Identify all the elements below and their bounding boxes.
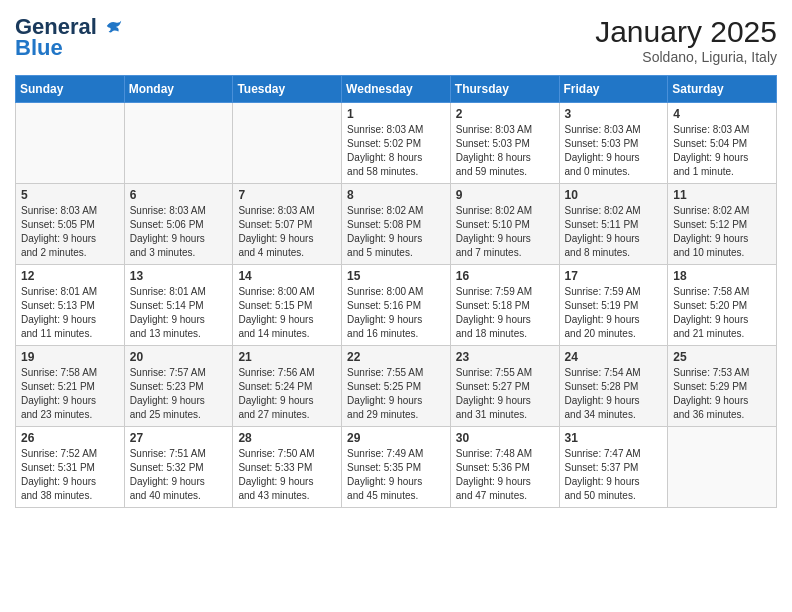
calendar-cell: 2Sunrise: 8:03 AM Sunset: 5:03 PM Daylig… [450, 103, 559, 184]
day-info: Sunrise: 8:00 AM Sunset: 5:16 PM Dayligh… [347, 285, 445, 341]
calendar-cell: 15Sunrise: 8:00 AM Sunset: 5:16 PM Dayli… [342, 265, 451, 346]
day-number: 5 [21, 188, 119, 202]
title-block: January 2025 Soldano, Liguria, Italy [595, 15, 777, 65]
day-info: Sunrise: 7:50 AM Sunset: 5:33 PM Dayligh… [238, 447, 336, 503]
week-row-3: 12Sunrise: 8:01 AM Sunset: 5:13 PM Dayli… [16, 265, 777, 346]
weekday-header-friday: Friday [559, 76, 668, 103]
day-info: Sunrise: 8:03 AM Sunset: 5:03 PM Dayligh… [565, 123, 663, 179]
day-number: 11 [673, 188, 771, 202]
calendar-cell [124, 103, 233, 184]
calendar-cell: 10Sunrise: 8:02 AM Sunset: 5:11 PM Dayli… [559, 184, 668, 265]
week-row-5: 26Sunrise: 7:52 AM Sunset: 5:31 PM Dayli… [16, 427, 777, 508]
calendar-cell: 30Sunrise: 7:48 AM Sunset: 5:36 PM Dayli… [450, 427, 559, 508]
day-number: 29 [347, 431, 445, 445]
calendar-cell: 5Sunrise: 8:03 AM Sunset: 5:05 PM Daylig… [16, 184, 125, 265]
day-number: 15 [347, 269, 445, 283]
calendar-cell: 22Sunrise: 7:55 AM Sunset: 5:25 PM Dayli… [342, 346, 451, 427]
calendar-cell: 16Sunrise: 7:59 AM Sunset: 5:18 PM Dayli… [450, 265, 559, 346]
location: Soldano, Liguria, Italy [595, 49, 777, 65]
day-info: Sunrise: 8:02 AM Sunset: 5:08 PM Dayligh… [347, 204, 445, 260]
day-info: Sunrise: 8:03 AM Sunset: 5:04 PM Dayligh… [673, 123, 771, 179]
day-info: Sunrise: 8:03 AM Sunset: 5:03 PM Dayligh… [456, 123, 554, 179]
day-info: Sunrise: 8:01 AM Sunset: 5:13 PM Dayligh… [21, 285, 119, 341]
page-container: General Blue January 2025 Soldano, Ligur… [0, 0, 792, 518]
weekday-header-sunday: Sunday [16, 76, 125, 103]
day-info: Sunrise: 7:53 AM Sunset: 5:29 PM Dayligh… [673, 366, 771, 422]
day-number: 26 [21, 431, 119, 445]
calendar-cell: 23Sunrise: 7:55 AM Sunset: 5:27 PM Dayli… [450, 346, 559, 427]
calendar-cell: 6Sunrise: 8:03 AM Sunset: 5:06 PM Daylig… [124, 184, 233, 265]
day-number: 28 [238, 431, 336, 445]
calendar-cell [16, 103, 125, 184]
calendar-cell: 18Sunrise: 7:58 AM Sunset: 5:20 PM Dayli… [668, 265, 777, 346]
day-number: 1 [347, 107, 445, 121]
day-number: 16 [456, 269, 554, 283]
calendar-cell: 24Sunrise: 7:54 AM Sunset: 5:28 PM Dayli… [559, 346, 668, 427]
calendar-cell: 19Sunrise: 7:58 AM Sunset: 5:21 PM Dayli… [16, 346, 125, 427]
month-title: January 2025 [595, 15, 777, 49]
day-number: 30 [456, 431, 554, 445]
day-number: 4 [673, 107, 771, 121]
day-number: 19 [21, 350, 119, 364]
day-info: Sunrise: 7:48 AM Sunset: 5:36 PM Dayligh… [456, 447, 554, 503]
day-number: 12 [21, 269, 119, 283]
weekday-header-wednesday: Wednesday [342, 76, 451, 103]
calendar-cell: 26Sunrise: 7:52 AM Sunset: 5:31 PM Dayli… [16, 427, 125, 508]
day-number: 21 [238, 350, 336, 364]
day-info: Sunrise: 7:55 AM Sunset: 5:27 PM Dayligh… [456, 366, 554, 422]
day-number: 3 [565, 107, 663, 121]
weekday-header-saturday: Saturday [668, 76, 777, 103]
day-number: 6 [130, 188, 228, 202]
day-number: 14 [238, 269, 336, 283]
calendar-cell [668, 427, 777, 508]
calendar-cell: 17Sunrise: 7:59 AM Sunset: 5:19 PM Dayli… [559, 265, 668, 346]
day-number: 25 [673, 350, 771, 364]
week-row-1: 1Sunrise: 8:03 AM Sunset: 5:02 PM Daylig… [16, 103, 777, 184]
calendar-cell: 25Sunrise: 7:53 AM Sunset: 5:29 PM Dayli… [668, 346, 777, 427]
calendar-cell: 31Sunrise: 7:47 AM Sunset: 5:37 PM Dayli… [559, 427, 668, 508]
day-number: 20 [130, 350, 228, 364]
calendar-cell: 21Sunrise: 7:56 AM Sunset: 5:24 PM Dayli… [233, 346, 342, 427]
day-info: Sunrise: 8:03 AM Sunset: 5:07 PM Dayligh… [238, 204, 336, 260]
day-number: 13 [130, 269, 228, 283]
day-info: Sunrise: 7:56 AM Sunset: 5:24 PM Dayligh… [238, 366, 336, 422]
day-number: 7 [238, 188, 336, 202]
calendar-cell: 20Sunrise: 7:57 AM Sunset: 5:23 PM Dayli… [124, 346, 233, 427]
calendar-cell [233, 103, 342, 184]
calendar-cell: 29Sunrise: 7:49 AM Sunset: 5:35 PM Dayli… [342, 427, 451, 508]
calendar-cell: 3Sunrise: 8:03 AM Sunset: 5:03 PM Daylig… [559, 103, 668, 184]
week-row-4: 19Sunrise: 7:58 AM Sunset: 5:21 PM Dayli… [16, 346, 777, 427]
weekday-header-row: SundayMondayTuesdayWednesdayThursdayFrid… [16, 76, 777, 103]
calendar-cell: 7Sunrise: 8:03 AM Sunset: 5:07 PM Daylig… [233, 184, 342, 265]
calendar-cell: 8Sunrise: 8:02 AM Sunset: 5:08 PM Daylig… [342, 184, 451, 265]
day-info: Sunrise: 7:58 AM Sunset: 5:20 PM Dayligh… [673, 285, 771, 341]
calendar-table: SundayMondayTuesdayWednesdayThursdayFrid… [15, 75, 777, 508]
day-number: 22 [347, 350, 445, 364]
weekday-header-tuesday: Tuesday [233, 76, 342, 103]
calendar-cell: 27Sunrise: 7:51 AM Sunset: 5:32 PM Dayli… [124, 427, 233, 508]
day-number: 23 [456, 350, 554, 364]
weekday-header-monday: Monday [124, 76, 233, 103]
day-number: 18 [673, 269, 771, 283]
day-info: Sunrise: 7:51 AM Sunset: 5:32 PM Dayligh… [130, 447, 228, 503]
day-info: Sunrise: 7:58 AM Sunset: 5:21 PM Dayligh… [21, 366, 119, 422]
calendar-cell: 13Sunrise: 8:01 AM Sunset: 5:14 PM Dayli… [124, 265, 233, 346]
header: General Blue January 2025 Soldano, Ligur… [15, 15, 777, 65]
day-info: Sunrise: 8:02 AM Sunset: 5:11 PM Dayligh… [565, 204, 663, 260]
day-info: Sunrise: 7:59 AM Sunset: 5:18 PM Dayligh… [456, 285, 554, 341]
day-info: Sunrise: 7:52 AM Sunset: 5:31 PM Dayligh… [21, 447, 119, 503]
day-info: Sunrise: 8:03 AM Sunset: 5:02 PM Dayligh… [347, 123, 445, 179]
day-number: 9 [456, 188, 554, 202]
day-number: 2 [456, 107, 554, 121]
calendar-cell: 4Sunrise: 8:03 AM Sunset: 5:04 PM Daylig… [668, 103, 777, 184]
calendar-cell: 11Sunrise: 8:02 AM Sunset: 5:12 PM Dayli… [668, 184, 777, 265]
weekday-header-thursday: Thursday [450, 76, 559, 103]
day-number: 17 [565, 269, 663, 283]
calendar-cell: 28Sunrise: 7:50 AM Sunset: 5:33 PM Dayli… [233, 427, 342, 508]
calendar-cell: 9Sunrise: 8:02 AM Sunset: 5:10 PM Daylig… [450, 184, 559, 265]
day-info: Sunrise: 8:01 AM Sunset: 5:14 PM Dayligh… [130, 285, 228, 341]
day-info: Sunrise: 8:02 AM Sunset: 5:10 PM Dayligh… [456, 204, 554, 260]
logo: General Blue [15, 15, 123, 61]
calendar-cell: 12Sunrise: 8:01 AM Sunset: 5:13 PM Dayli… [16, 265, 125, 346]
day-info: Sunrise: 7:47 AM Sunset: 5:37 PM Dayligh… [565, 447, 663, 503]
